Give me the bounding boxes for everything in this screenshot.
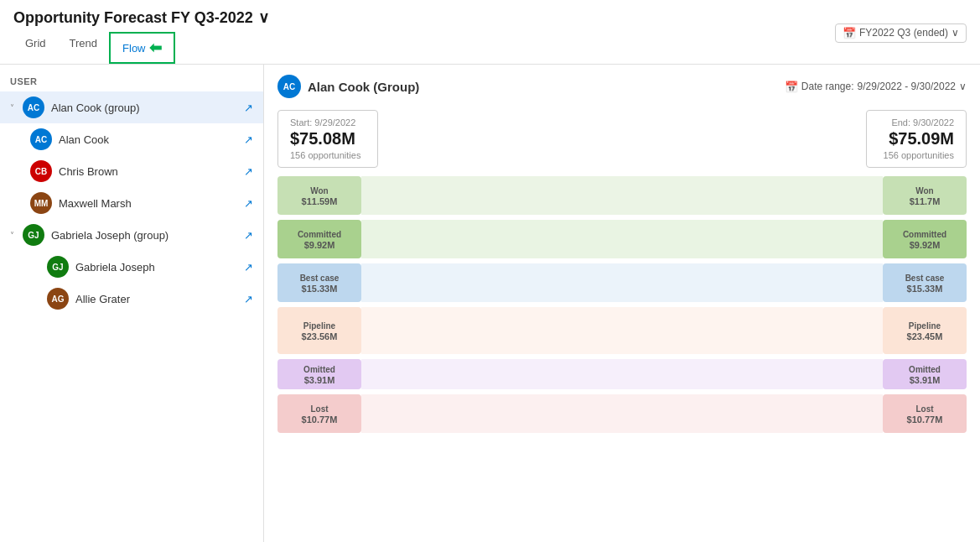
- bestcase-left-label: Best case: [300, 273, 340, 284]
- sidebar-item-allie-grater[interactable]: AG Allie Grater ↗: [0, 283, 263, 315]
- sidebar-item-chris-brown[interactable]: CB Chris Brown ↗: [0, 155, 263, 187]
- lost-left-label: Lost: [310, 404, 328, 414]
- page-title: Opportunity Forecast FY Q3-2022 ∨: [13, 8, 269, 32]
- flow-row-pipeline: Pipeline $23.56M Pipeline $23.45M: [277, 307, 967, 354]
- main-header: AC Alan Cook (Group) 📅 Date range: 9/29/…: [277, 75, 967, 98]
- user-name-alan-cook-group: Alan Cook (group): [51, 102, 237, 114]
- page-title-text: Opportunity Forecast FY Q3-2022: [13, 9, 253, 27]
- tab-grid[interactable]: Grid: [13, 32, 58, 64]
- end-amount: $75.09M: [879, 129, 954, 149]
- end-box: End: 9/30/2022 $75.09M 156 opportunities: [866, 110, 967, 168]
- bestcase-right-label: Best case: [905, 273, 945, 284]
- avatar-allie-grater: AG: [47, 288, 69, 310]
- share-icon-gabriela-joseph[interactable]: ↗: [244, 261, 253, 274]
- fy-badge-label: FY2022 Q3 (ended): [859, 27, 948, 39]
- avatar-alan-cook-group: AC: [23, 96, 44, 118]
- flow-right-bestcase: Best case $15.33M: [883, 263, 967, 302]
- fy-chevron-icon: ∨: [951, 27, 959, 39]
- sidebar-item-maxwell-marsh[interactable]: MM Maxwell Marsh ↗: [0, 187, 263, 219]
- share-icon-maxwell-marsh[interactable]: ↗: [244, 197, 253, 210]
- start-end-row: Start: 9/29/2022 $75.08M 156 opportuniti…: [277, 110, 967, 168]
- avatar-chris-brown: CB: [30, 160, 52, 182]
- user-name-gabriela-joseph: Gabriela Joseph: [75, 261, 237, 274]
- committed-right-amount: $9.92M: [910, 240, 941, 250]
- pipeline-right-amount: $23.45M: [907, 331, 943, 341]
- flow-right-lost: Lost $10.77M: [883, 394, 967, 433]
- date-range-value: 9/29/2022 - 9/30/2022: [858, 81, 956, 92]
- tab-trend[interactable]: Trend: [58, 32, 109, 64]
- flow-arrow-annotation: ⬅: [149, 39, 162, 57]
- main-avatar: AC: [277, 75, 301, 98]
- flow-left-bestcase: Best case $15.33M: [277, 263, 361, 302]
- flow-left-omitted: Omitted $3.91M: [277, 359, 361, 389]
- sidebar-item-alan-cook[interactable]: AC Alan Cook ↗: [0, 123, 263, 155]
- start-box: Start: 9/29/2022 $75.08M 156 opportuniti…: [277, 110, 378, 168]
- end-label: End: 9/30/2022: [879, 117, 954, 128]
- lost-left-amount: $10.77M: [302, 414, 338, 425]
- flow-middle-lost: [361, 394, 883, 433]
- main-content: AC Alan Cook (Group) 📅 Date range: 9/29/…: [264, 65, 980, 542]
- committed-left-label: Committed: [298, 229, 341, 240]
- header-right: 📅 FY2022 Q3 (ended) ∨: [835, 23, 967, 50]
- user-name-allie-grater: Allie Grater: [75, 293, 237, 305]
- pipeline-left-label: Pipeline: [303, 321, 335, 331]
- flow-right-won: Won $11.7M: [883, 176, 967, 215]
- share-icon-chris-brown[interactable]: ↗: [244, 165, 253, 178]
- share-icon-alan-cook-group[interactable]: ↗: [244, 102, 253, 114]
- app-header: Opportunity Forecast FY Q3-2022 ∨ Grid T…: [0, 0, 980, 65]
- pipeline-left-amount: $23.56M: [302, 331, 338, 341]
- start-opps: 156 opportunities: [290, 150, 366, 160]
- sidebar-item-gabriela-joseph[interactable]: GJ Gabriela Joseph ↗: [0, 251, 263, 283]
- flow-left-pipeline: Pipeline $23.56M: [277, 307, 361, 354]
- won-left-amount: $11.59M: [302, 196, 338, 206]
- main-avatar-initials: AC: [283, 82, 295, 91]
- header-left: Opportunity Forecast FY Q3-2022 ∨ Grid T…: [13, 8, 269, 64]
- user-name-alan-cook: Alan Cook: [59, 133, 237, 146]
- avatar-maxwell-marsh: MM: [30, 192, 52, 214]
- flow-rows: Won $11.59M Won $11.7M Committed $9.92M: [277, 176, 967, 433]
- expand-icon-gabriela-joseph-group: ˅: [10, 231, 14, 240]
- lost-right-label: Lost: [915, 404, 933, 414]
- committed-right-label: Committed: [903, 229, 946, 240]
- flow-row-bestcase: Best case $15.33M Best case $15.33M: [277, 263, 967, 302]
- date-range-chevron: ∨: [959, 81, 967, 92]
- calendar-icon: 📅: [843, 27, 856, 39]
- tab-flow[interactable]: Flow ⬅: [109, 32, 174, 64]
- user-name-gabriela-joseph-group: Gabriela Joseph (group): [51, 229, 237, 242]
- date-range-selector[interactable]: 📅 Date range: 9/29/2022 - 9/30/2022 ∨: [785, 81, 967, 93]
- app-body: User ˅ AC Alan Cook (group) ↗ AC Alan Co…: [0, 65, 980, 542]
- pipeline-right-label: Pipeline: [909, 321, 941, 331]
- fy-period-selector[interactable]: 📅 FY2022 Q3 (ended) ∨: [835, 23, 967, 43]
- avatar-alan-cook: AC: [30, 128, 52, 150]
- avatar-gabriela-joseph-group: GJ: [23, 224, 44, 246]
- flow-area: Start: 9/29/2022 $75.08M 156 opportuniti…: [277, 110, 967, 433]
- lost-right-amount: $10.77M: [907, 414, 943, 425]
- omitted-right-amount: $3.91M: [910, 375, 941, 385]
- flow-middle-bestcase: [361, 263, 883, 302]
- share-icon-gabriela-joseph-group[interactable]: ↗: [244, 229, 253, 242]
- flow-right-committed: Committed $9.92M: [883, 220, 967, 258]
- end-opps: 156 opportunities: [879, 150, 954, 160]
- title-dropdown-icon[interactable]: ∨: [258, 8, 269, 27]
- sidebar: User ˅ AC Alan Cook (group) ↗ AC Alan Co…: [0, 65, 264, 542]
- date-range-prefix: Date range:: [801, 81, 854, 92]
- won-right-amount: $11.7M: [910, 196, 941, 206]
- flow-middle-committed: [361, 220, 883, 258]
- expand-icon-alan-cook-group: ˅: [10, 103, 14, 112]
- main-user-name: Alan Cook (Group): [308, 80, 419, 94]
- share-icon-alan-cook[interactable]: ↗: [244, 133, 253, 146]
- flow-left-lost: Lost $10.77M: [277, 394, 361, 433]
- flow-middle-pipeline: [361, 307, 883, 354]
- omitted-left-amount: $3.91M: [304, 375, 335, 385]
- sidebar-item-gabriela-joseph-group[interactable]: ˅ GJ Gabriela Joseph (group) ↗: [0, 219, 263, 251]
- start-amount: $75.08M: [290, 129, 366, 149]
- flow-row-lost: Lost $10.77M Lost $10.77M: [277, 394, 967, 433]
- sidebar-item-alan-cook-group[interactable]: ˅ AC Alan Cook (group) ↗: [0, 91, 263, 123]
- nav-tabs: Grid Trend Flow ⬅: [13, 32, 269, 64]
- calendar-icon-main: 📅: [785, 81, 798, 93]
- flow-row-committed: Committed $9.92M Committed $9.92M: [277, 220, 967, 258]
- flow-row-omitted: Omitted $3.91M Omitted $3.91M: [277, 359, 967, 389]
- main-user-label: AC Alan Cook (Group): [277, 75, 419, 98]
- share-icon-allie-grater[interactable]: ↗: [244, 293, 253, 305]
- won-right-label: Won: [915, 185, 933, 196]
